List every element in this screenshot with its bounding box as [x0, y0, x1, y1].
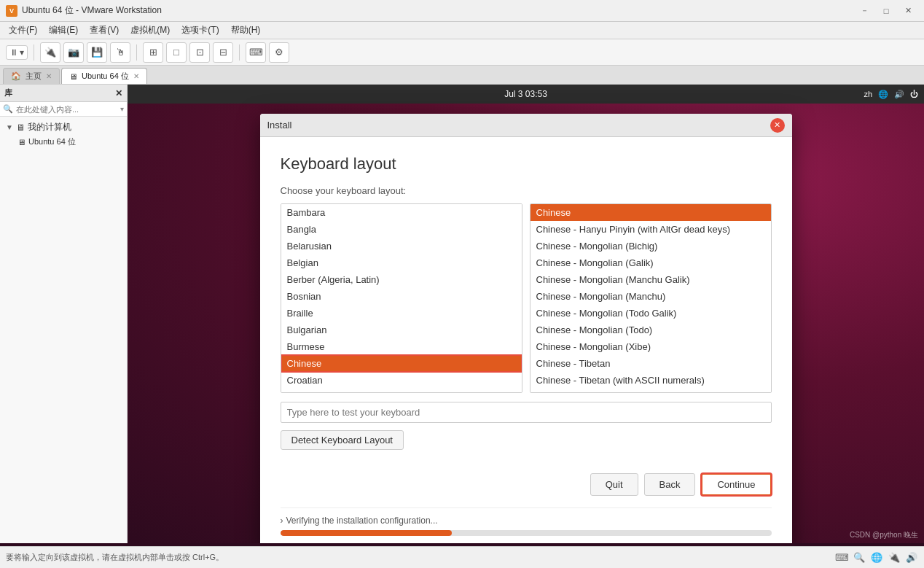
minimize-button[interactable]: － [854, 4, 874, 18]
sidebar-search-bar[interactable]: 🔍 ▾ [0, 102, 127, 117]
dialog-footer: › Verifying the installation configurati… [281, 507, 772, 536]
keyboard-status-icon[interactable]: ⌨ [835, 551, 848, 564]
dialog-subtitle: Choose your keyboard layout: [281, 185, 772, 196]
list-item-chinese-default[interactable]: Chinese [530, 204, 771, 221]
list-item-belarusian[interactable]: Belarusian [281, 238, 522, 254]
list-item-chinese-uyghur[interactable]: Chinese - Uyghur [530, 389, 771, 393]
tab-ubuntu[interactable]: 🖥 Ubuntu 64 位 ✕ [61, 68, 147, 84]
usb-status-icon[interactable]: 🔌 [888, 551, 901, 564]
list-item-chinese-mongolian-todo[interactable]: Chinese - Mongolian (Todo) [530, 322, 771, 338]
settings-button[interactable]: ⚙ [269, 42, 289, 63]
list-item-bulgarian[interactable]: Bulgarian [281, 322, 522, 338]
menu-view[interactable]: 查看(V) [84, 23, 125, 38]
list-item-croatian[interactable]: Croatian [281, 372, 522, 389]
ubuntu-topbar: Jul 3 03:53 zh 🌐 🔊 ⏻ [128, 85, 924, 104]
tab-home-label: 主页 [26, 71, 42, 82]
toolbar-separator-1 [34, 44, 34, 61]
list-item-bangla[interactable]: Bangla [281, 221, 522, 238]
menu-edit[interactable]: 编辑(E) [43, 23, 84, 38]
content-area: Jul 3 03:53 zh 🌐 🔊 ⏻ Install ✕ Keyboard … [128, 85, 924, 543]
scale-button[interactable]: ⊟ [213, 42, 233, 63]
statusbar-hint: 要将输入定向到该虚拟机，请在虚拟机内部单击或按 Ctrl+G。 [6, 552, 224, 563]
list-item-bambara[interactable]: Bambara [281, 204, 522, 221]
unity-button[interactable]: □ [166, 42, 187, 63]
quit-button[interactable]: Quit [590, 473, 638, 496]
back-button[interactable]: Back [644, 473, 696, 496]
computer-icon: 🖥 [16, 122, 25, 133]
audio-status-icon[interactable]: 🔊 [905, 551, 918, 564]
list-item-chinese-hanyu[interactable]: Chinese - Hanyu Pinyin (with AltGr dead … [530, 221, 771, 238]
snapshot-button[interactable]: 📷 [63, 42, 84, 63]
keyboard-test-input[interactable] [281, 402, 772, 423]
console-button[interactable]: ⌨ [246, 42, 266, 63]
tab-ubuntu-label: Ubuntu 64 位 [82, 71, 129, 82]
search-dropdown-icon[interactable]: ▾ [120, 105, 124, 113]
list-item-chinese-mongolian-galik[interactable]: Chinese - Mongolian (Galik) [530, 254, 771, 271]
list-item-chinese[interactable]: Chinese [281, 355, 522, 372]
power-button[interactable]: ⏸ ▾ [6, 45, 28, 60]
vmware-statusbar: 要将输入定向到该虚拟机，请在虚拟机内部单击或按 Ctrl+G。 ⌨ 🔍 🌐 🔌 … [0, 546, 924, 568]
search-status-icon[interactable]: 🔍 [853, 551, 866, 564]
menu-vm[interactable]: 虚拟机(M) [125, 23, 176, 38]
progress-bar [281, 530, 772, 536]
toolbar: ⏸ ▾ 🔌 📷 💾 🖱 ⊞ □ ⊡ ⊟ ⌨ ⚙ [0, 39, 924, 66]
send-ctrlaltdel-button[interactable]: 🖱 [110, 42, 130, 63]
home-icon: 🏠 [11, 71, 21, 81]
dialog-close-button[interactable]: ✕ [770, 118, 785, 133]
removable-devices-button[interactable]: 🔌 [40, 42, 60, 63]
tree-sub: 🖥 Ubuntu 64 位 [3, 135, 124, 149]
tab-ubuntu-close[interactable]: ✕ [133, 72, 139, 80]
dialog-body: Keyboard layout Choose your keyboard lay… [260, 137, 792, 543]
progress-arrow-icon: › [281, 516, 283, 526]
fit-button[interactable]: ⊡ [189, 42, 210, 63]
toolbar-separator-3 [239, 44, 240, 61]
vmware-app-icon: V [6, 5, 17, 17]
list-item-burmese[interactable]: Burmese [281, 338, 522, 355]
list-item-braille[interactable]: Braille [281, 305, 522, 322]
search-input[interactable] [16, 105, 120, 114]
power-dropdown-icon: ▾ [20, 47, 24, 58]
menu-help[interactable]: 帮助(H) [225, 23, 267, 38]
list-item-czech[interactable]: Czech [281, 389, 522, 393]
fullscreen-button[interactable]: ⊞ [143, 42, 163, 63]
main-layout: 库 ✕ 🔍 ▾ ▼ 🖥 我的计算机 🖥 Ubuntu 64 位 [0, 85, 924, 543]
sidebar-title: 库 [4, 87, 12, 98]
close-button[interactable]: ✕ [898, 4, 918, 18]
window-controls: － □ ✕ [854, 4, 918, 18]
tab-home[interactable]: 🏠 主页 ✕ [3, 68, 60, 84]
list-item-chinese-mongolian-todo-galik[interactable]: Chinese - Mongolian (Todo Galik) [530, 305, 771, 322]
list-item-chinese-tibetan-ascii[interactable]: Chinese - Tibetan (with ASCII numerals) [530, 372, 771, 389]
list-item-chinese-mongolian-manchu[interactable]: Chinese - Mongolian (Manchu) [530, 288, 771, 305]
menu-tabs[interactable]: 选项卡(T) [176, 23, 224, 38]
list-item-chinese-mongolian-manchu-galik[interactable]: Chinese - Mongolian (Manchu Galik) [530, 271, 771, 288]
list-item-bosnian[interactable]: Bosnian [281, 288, 522, 305]
list-item-chinese-tibetan[interactable]: Chinese - Tibetan [530, 355, 771, 372]
list-item-belgian[interactable]: Belgian [281, 254, 522, 271]
keyboard-language-list[interactable]: Bambara Bangla Belarusian Belgian Berber… [281, 203, 522, 393]
window-title: Ubuntu 64 位 - VMware Workstation [22, 4, 854, 17]
continue-button[interactable]: Continue [701, 473, 771, 496]
list-item-berber[interactable]: Berber (Algeria, Latin) [281, 271, 522, 288]
network-status-icon[interactable]: 🌐 [870, 551, 883, 564]
dialog-heading: Keyboard layout [281, 155, 772, 174]
menubar: 文件(F) 编辑(E) 查看(V) 虚拟机(M) 选项卡(T) 帮助(H) [0, 22, 924, 39]
detect-keyboard-layout-button[interactable]: Detect Keyboard Layout [281, 430, 404, 450]
tab-ubuntu-icon: 🖥 [69, 72, 77, 81]
progress-text: › Verifying the installation configurati… [281, 516, 772, 526]
sidebar-close-icon[interactable]: ✕ [115, 88, 122, 98]
suspend-button[interactable]: 💾 [87, 42, 107, 63]
list-item-chinese-mongolian-bichig[interactable]: Chinese - Mongolian (Bichig) [530, 238, 771, 254]
speaker-icon: 🔊 [894, 90, 904, 99]
progress-bar-fill [281, 530, 453, 536]
keyboard-variant-list[interactable]: Chinese Chinese - Hanyu Pinyin (with Alt… [530, 203, 772, 393]
power-menu-icon: ⏻ [910, 90, 918, 98]
vmware-titlebar: V Ubuntu 64 位 - VMware Workstation － □ ✕ [0, 0, 924, 22]
menu-file[interactable]: 文件(F) [3, 23, 43, 38]
tree-item-ubuntu[interactable]: 🖥 Ubuntu 64 位 [15, 135, 124, 149]
ubuntu-clock: Jul 3 03:53 [504, 89, 547, 99]
tree-root[interactable]: ▼ 🖥 我的计算机 [3, 120, 124, 135]
tab-home-close[interactable]: ✕ [46, 72, 52, 80]
maximize-button[interactable]: □ [876, 4, 896, 18]
search-icon: 🔍 [3, 104, 13, 114]
list-item-chinese-mongolian-xibe[interactable]: Chinese - Mongolian (Xibe) [530, 338, 771, 355]
